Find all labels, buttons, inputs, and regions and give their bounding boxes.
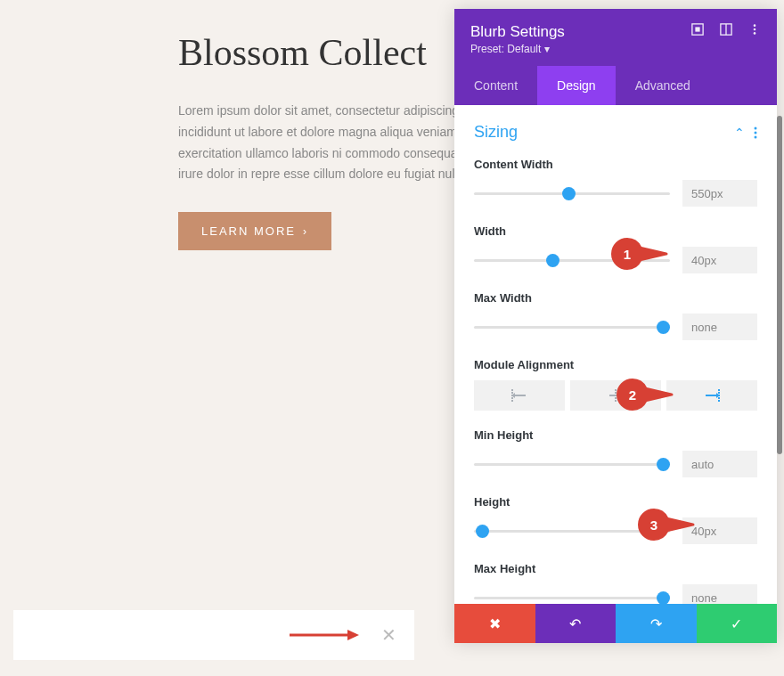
chevron-up-icon[interactable]: ⌃ xyxy=(734,126,745,140)
x-icon: ✖ xyxy=(489,615,501,632)
input-min-height[interactable] xyxy=(682,451,757,477)
svg-point-9 xyxy=(755,126,757,129)
label-content-width: Content Width xyxy=(474,158,757,171)
svg-text:1: 1 xyxy=(624,247,631,262)
svg-text:3: 3 xyxy=(650,517,657,533)
align-left-icon xyxy=(511,389,527,402)
callout-1: 1 xyxy=(611,238,668,270)
panel-title: Blurb Settings xyxy=(470,23,565,41)
panel-body: Sizing ⌃ Content Width Width 1 xyxy=(454,105,777,604)
panel-preset[interactable]: Preset: Default ▾ xyxy=(470,43,565,55)
callout-2: 2 xyxy=(617,379,674,411)
discard-button[interactable]: ✖ xyxy=(454,604,535,643)
svg-point-7 xyxy=(754,29,756,31)
learn-more-button[interactable]: LEARN MORE › xyxy=(178,212,331,250)
settings-panel: Blurb Settings Preset: Default ▾ Content… xyxy=(454,9,777,643)
section-title[interactable]: Sizing xyxy=(474,123,518,142)
more-vertical-icon[interactable] xyxy=(754,126,757,139)
check-icon: ✓ xyxy=(731,615,742,632)
svg-point-11 xyxy=(755,135,757,138)
tab-advanced[interactable]: Advanced xyxy=(616,66,710,105)
more-vertical-icon[interactable] xyxy=(748,23,761,36)
align-left-button[interactable] xyxy=(474,380,565,411)
tabs: Content Design Advanced xyxy=(454,66,777,105)
bottom-toolbar: ✕ xyxy=(13,610,414,660)
svg-point-10 xyxy=(755,131,757,134)
align-right-icon xyxy=(704,389,720,402)
field-height: Height 3 xyxy=(474,495,757,544)
field-max-height: Max Height xyxy=(474,562,757,604)
label-height: Height xyxy=(474,495,757,509)
input-max-height[interactable] xyxy=(682,584,757,604)
slider-content-width[interactable] xyxy=(474,186,670,200)
field-width: Width 1 xyxy=(474,224,757,273)
save-button[interactable]: ✓ xyxy=(697,604,778,643)
slider-max-height[interactable] xyxy=(474,590,670,604)
chevron-right-icon: › xyxy=(303,225,308,238)
scrollbar[interactable] xyxy=(777,116,782,454)
field-max-width: Max Width xyxy=(474,291,757,340)
slider-min-height[interactable] xyxy=(474,457,670,471)
panel-header: Blurb Settings Preset: Default ▾ xyxy=(454,9,777,66)
svg-point-6 xyxy=(754,24,756,27)
label-width: Width xyxy=(474,224,757,238)
expand-icon[interactable] xyxy=(691,23,704,36)
label-max-height: Max Height xyxy=(474,562,757,575)
columns-icon[interactable] xyxy=(720,23,732,36)
input-max-width[interactable] xyxy=(682,314,757,340)
undo-icon: ↶ xyxy=(569,615,581,632)
field-min-height: Min Height xyxy=(474,428,757,477)
input-content-width[interactable] xyxy=(682,180,757,207)
label-module-alignment: Module Alignment xyxy=(474,358,757,371)
slider-max-width[interactable] xyxy=(474,320,670,334)
label-min-height: Min Height xyxy=(474,428,757,442)
svg-marker-1 xyxy=(347,630,359,640)
callout-3: 3 xyxy=(638,509,695,541)
field-module-alignment: Module Alignment 2 xyxy=(474,358,757,411)
tab-content[interactable]: Content xyxy=(454,66,537,105)
red-arrow-icon xyxy=(290,626,361,644)
tab-design[interactable]: Design xyxy=(537,66,616,105)
close-icon[interactable]: ✕ xyxy=(381,624,396,646)
redo-button[interactable]: ↷ xyxy=(616,604,697,643)
svg-text:2: 2 xyxy=(629,387,636,403)
align-right-button[interactable] xyxy=(666,380,757,411)
svg-rect-3 xyxy=(695,27,699,31)
label-max-width: Max Width xyxy=(474,291,757,305)
undo-button[interactable]: ↶ xyxy=(535,604,617,643)
field-content-width: Content Width xyxy=(474,158,757,207)
redo-icon: ↷ xyxy=(650,615,662,632)
learn-more-label: LEARN MORE xyxy=(201,224,296,238)
svg-point-8 xyxy=(754,32,756,35)
input-width[interactable] xyxy=(682,247,757,273)
panel-footer: ✖ ↶ ↷ ✓ xyxy=(454,604,777,643)
caret-down-icon: ▾ xyxy=(544,43,550,55)
